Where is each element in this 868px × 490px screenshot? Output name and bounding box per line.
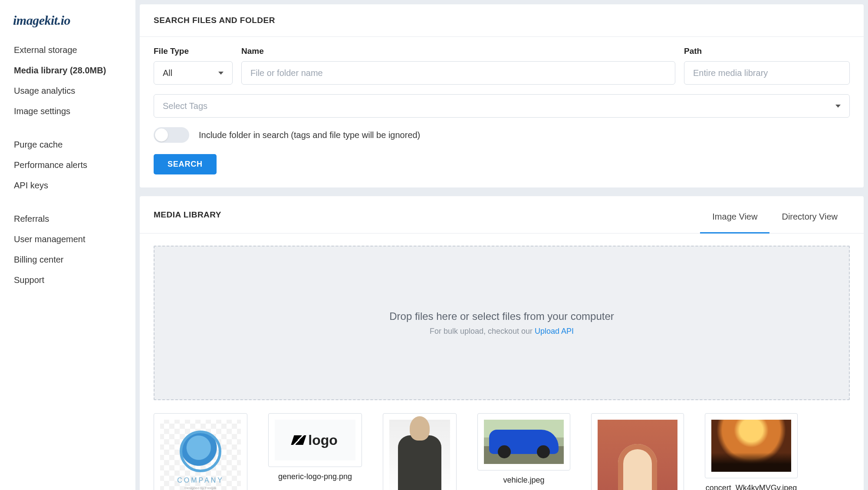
file-type-select[interactable]: All [154, 61, 233, 85]
file-name: vehicle.jpeg [503, 476, 544, 485]
file-thumbnail[interactable]: logo [268, 413, 362, 467]
file-grid: COMPANY Designed by Freepik logo [154, 413, 850, 490]
nav-group-3: Referrals User management Billing center… [0, 209, 135, 290]
file-type-value: All [163, 68, 172, 78]
file-card: COMPANY Designed by Freepik [154, 413, 247, 490]
nav-billing-center[interactable]: Billing center [0, 250, 135, 270]
nav-media-library[interactable]: Media library (28.0MB) [0, 60, 135, 81]
dropzone-main-text: Drop files here or select files from you… [389, 310, 614, 322]
thumb-concert [711, 420, 791, 472]
chevron-down-icon [218, 72, 224, 75]
search-button[interactable]: SEARCH [154, 154, 217, 174]
thumb-generic-logo: logo [275, 420, 355, 460]
file-name: generic-logo-png.png [278, 472, 352, 481]
file-card [591, 413, 684, 490]
nav-group-1: External storage Media library (28.0MB) … [0, 40, 135, 122]
library-card: MEDIA LIBRARY Image View Directory View … [140, 196, 864, 490]
include-folder-label: Include folder in search (tags and file … [199, 130, 420, 140]
tags-select[interactable]: Select Tags [154, 94, 850, 118]
include-folder-toggle[interactable] [154, 127, 189, 143]
tab-directory-view[interactable]: Directory View [769, 207, 850, 233]
name-label: Name [241, 46, 675, 56]
nav-group-2: Purge cache Performance alerts API keys [0, 135, 135, 196]
file-thumbnail[interactable] [477, 413, 570, 470]
chevron-down-icon [835, 105, 841, 108]
tags-placeholder: Select Tags [163, 101, 207, 111]
dropzone-sub-text: For bulk upload, checkout our Upload API [430, 327, 574, 336]
file-thumbnail[interactable] [705, 413, 798, 478]
tab-image-view[interactable]: Image View [700, 207, 769, 233]
globe-icon [180, 431, 221, 472]
thumb-company-logo: COMPANY Designed by Freepik [160, 420, 241, 490]
nav-performance-alerts[interactable]: Performance alerts [0, 155, 135, 175]
main-content: SEARCH FILES AND FOLDER File Type All Na… [135, 0, 868, 490]
file-thumbnail[interactable]: COMPANY Designed by Freepik [154, 413, 247, 490]
search-title: SEARCH FILES AND FOLDER [154, 16, 850, 25]
file-type-label: File Type [154, 46, 233, 56]
nav-purge-cache[interactable]: Purge cache [0, 135, 135, 155]
thumb-vehicle [484, 420, 564, 464]
library-title: MEDIA LIBRARY [154, 210, 221, 220]
thumb-person [389, 420, 450, 490]
dropzone-sub-prefix: For bulk upload, checkout our [430, 327, 535, 335]
nav-api-keys[interactable]: API keys [0, 175, 135, 196]
nav-referrals[interactable]: Referrals [0, 209, 135, 229]
brand-logo: imagekit.io [0, 9, 135, 40]
slash-icon [291, 435, 306, 445]
thumb-company-sub: Designed by Freepik [184, 486, 216, 490]
search-header: SEARCH FILES AND FOLDER [140, 4, 864, 37]
path-label: Path [684, 46, 850, 56]
thumb-architecture [598, 420, 677, 490]
upload-dropzone[interactable]: Drop files here or select files from you… [154, 246, 850, 400]
file-card: logo generic-logo-png.png [268, 413, 362, 490]
sidebar: imagekit.io External storage Media libra… [0, 0, 135, 490]
toggle-knob [155, 128, 168, 141]
upload-api-link[interactable]: Upload API [535, 327, 574, 335]
file-thumbnail[interactable] [383, 413, 457, 490]
file-thumbnail[interactable] [591, 413, 684, 490]
nav-usage-analytics[interactable]: Usage analytics [0, 81, 135, 101]
nav-image-settings[interactable]: Image settings [0, 101, 135, 122]
name-input[interactable] [241, 61, 675, 85]
view-tabs: Image View Directory View [700, 207, 850, 222]
file-name: concert_Wk4kyMVGv.jpeg [706, 483, 797, 490]
thumb-company-text: COMPANY [177, 477, 224, 484]
nav-user-management[interactable]: User management [0, 229, 135, 250]
path-input[interactable] [684, 61, 850, 85]
nav-external-storage[interactable]: External storage [0, 40, 135, 60]
nav-support[interactable]: Support [0, 270, 135, 290]
file-card [383, 413, 457, 490]
file-card: vehicle.jpeg [477, 413, 570, 490]
file-card: concert_Wk4kyMVGv.jpeg [705, 413, 798, 490]
search-card: SEARCH FILES AND FOLDER File Type All Na… [140, 4, 864, 187]
